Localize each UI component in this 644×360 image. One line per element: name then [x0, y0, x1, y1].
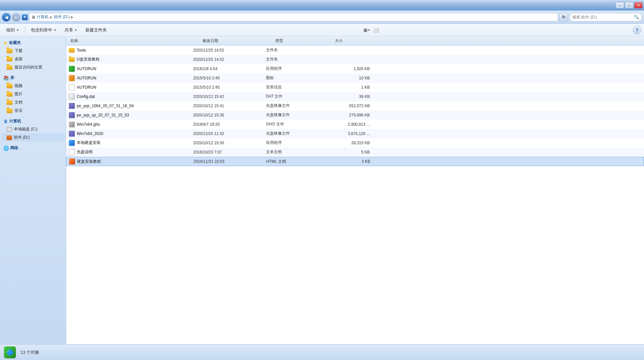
- file-date-cell: 2016/11/21 22:03: [193, 159, 266, 164]
- share-button[interactable]: 共享 ▼: [61, 25, 81, 35]
- folder-docs-icon: [7, 100, 13, 105]
- file-type-cell: 文本文档: [266, 149, 325, 155]
- status-count-text: 13 个对象: [21, 349, 39, 355]
- sidebar-local-c-label: 本地磁盘 (C:): [14, 126, 37, 132]
- file-size-cell: 28,315 KB: [325, 141, 375, 145]
- file-date-cell: 2020/10/12 15:30: [193, 141, 266, 145]
- file-size-cell: 36 KB: [325, 94, 375, 99]
- breadcrumb-computer-link[interactable]: 计算机: [37, 14, 49, 20]
- table-row[interactable]: 本地硬盘安装2020/10/12 15:30应用程序28,315 KB: [66, 138, 644, 148]
- table-row[interactable]: pe_yqs_1064_20_07_31_16_042020/10/12 15:…: [66, 101, 644, 111]
- sidebar-item-local-c[interactable]: 本地磁盘 (C:): [1, 125, 64, 133]
- toolbar: 组织 ▼ 包含到库中 ▼ 共享 ▼ 新建文件夹 ⊞ ▼ ⬜ ?: [0, 24, 644, 36]
- breadcrumb-drive-link[interactable]: 软件 (D:): [54, 14, 69, 20]
- sidebar: ★ 收藏夹 下载 桌面 最近访问的位置 📚 库: [0, 36, 66, 344]
- folder-download-icon: [7, 49, 13, 53]
- file-name-text: 光盘说明: [77, 149, 93, 155]
- minimize-button[interactable]: ─: [616, 2, 624, 9]
- sidebar-item-docs[interactable]: 文档: [1, 98, 64, 107]
- file-name-cell: AUTORUN: [69, 75, 193, 81]
- sidebar-header-libraries: 📚 库: [1, 74, 64, 82]
- file-name-text: Win7x64.gho: [77, 122, 100, 127]
- file-date-cell: 2020/12/25 11:32: [193, 131, 266, 136]
- iso-icon: [69, 112, 75, 118]
- table-row[interactable]: Config.dat2020/10/12 15:42DAT 文件36 KB: [66, 92, 644, 101]
- favorites-label: 收藏夹: [9, 40, 21, 46]
- file-name-cell: U盘安装教程: [69, 57, 193, 62]
- refresh-button[interactable]: ↻: [559, 13, 568, 22]
- table-row[interactable]: Tools2020/12/25 14:52文件夹: [66, 46, 644, 55]
- table-row[interactable]: Win7x64_20202020/12/25 11:32光盘映像文件3,874,…: [66, 129, 644, 138]
- file-size-cell: 3 KB: [326, 159, 375, 164]
- preview-pane-button[interactable]: ⬜: [372, 26, 380, 34]
- table-row[interactable]: AUTORUN2015/5/10 2:45安装信息1 KB: [66, 83, 644, 92]
- ico-icon: [69, 75, 75, 81]
- file-name-text: 硬盘安装教程: [77, 159, 101, 164]
- dropdown-button[interactable]: ▼: [22, 14, 28, 20]
- file-date-cell: 2015/5/10 2:45: [193, 85, 266, 90]
- file-name-cell: Win7x64.gho: [69, 121, 193, 127]
- maximize-button[interactable]: □: [625, 2, 633, 9]
- iso-icon: [69, 103, 75, 109]
- table-row[interactable]: 硬盘安装教程2016/11/21 22:03HTML 文档3 KB: [66, 157, 644, 166]
- file-name-cell: pe_yqs_1064_20_07_31_16_04: [69, 103, 193, 109]
- computer-label: 计算机: [9, 118, 21, 124]
- sidebar-item-desktop[interactable]: 桌面: [1, 55, 64, 63]
- table-row[interactable]: 光盘说明2016/10/23 7:07文本文档5 KB: [66, 148, 644, 157]
- table-row[interactable]: pe_yqs_xp_20_07_31_15_532020/10/12 15:36…: [66, 111, 644, 120]
- file-type-cell: 图标: [266, 75, 325, 81]
- file-name-text: AUTORUN: [77, 67, 96, 71]
- folder-recent-icon: [7, 65, 13, 70]
- sidebar-item-image[interactable]: 图片: [1, 90, 64, 98]
- folder-image-icon: [7, 92, 13, 97]
- sidebar-header-computer: 🖥 计算机: [1, 117, 64, 125]
- dat-icon: [69, 94, 75, 100]
- file-date-cell: 2016/1/8 4:54: [193, 67, 266, 71]
- close-button[interactable]: ✕: [634, 2, 643, 9]
- breadcrumb: 🖥 计算机 ▶ 软件 (D:) ▶: [29, 13, 558, 22]
- table-row[interactable]: AUTORUN2016/1/8 4:54应用程序1,926 KB: [66, 64, 644, 73]
- table-row[interactable]: U盘安装教程2020/12/25 14:52文件夹: [66, 55, 644, 64]
- file-date-cell: 2019/9/7 19:25: [193, 122, 266, 127]
- sidebar-item-download[interactable]: 下载: [1, 47, 64, 55]
- sidebar-item-music[interactable]: 音乐: [1, 107, 64, 115]
- file-name-text: AUTORUN: [77, 85, 96, 90]
- file-type-cell: 应用程序: [266, 66, 325, 71]
- html-icon: [69, 158, 75, 164]
- forward-button[interactable]: ▶: [12, 13, 21, 22]
- back-button[interactable]: ◀: [2, 13, 11, 22]
- file-type-cell: 文件夹: [266, 47, 325, 53]
- view-button[interactable]: ⊞ ▼: [363, 26, 371, 34]
- col-header-type[interactable]: 类型: [274, 38, 333, 44]
- include-button[interactable]: 包含到库中 ▼: [27, 25, 60, 35]
- sidebar-soft-d-label: 软件 (D:): [14, 135, 29, 140]
- addressbar: ◀ ▶ ▼ 🖥 计算机 ▶ 软件 (D:) ▶ ↻ 🔍: [0, 11, 644, 24]
- help-button[interactable]: ?: [633, 26, 641, 34]
- file-size-cell: 10 KB: [325, 76, 375, 80]
- file-date-cell: 2020/10/12 15:36: [193, 113, 266, 117]
- col-header-date[interactable]: 修改日期: [201, 38, 274, 44]
- sidebar-video-label: 视频: [15, 83, 22, 89]
- libraries-icon: 📚: [3, 75, 9, 81]
- organize-button[interactable]: 组织 ▼: [3, 25, 23, 35]
- table-row[interactable]: Win7x64.gho2019/9/7 19:25GHO 文件2,900,813…: [66, 120, 644, 129]
- table-row[interactable]: AUTORUN2015/5/10 2:45图标10 KB: [66, 73, 644, 83]
- breadcrumb-computer-icon: 🖥: [31, 15, 35, 20]
- file-name-cell: Tools: [69, 48, 193, 53]
- titlebar: ─ □ ✕: [0, 0, 644, 11]
- folder-icon: [69, 48, 75, 53]
- breadcrumb-sep2: ▶: [71, 15, 73, 19]
- libraries-label: 库: [10, 75, 14, 81]
- sidebar-item-video[interactable]: 视频: [1, 82, 64, 90]
- include-label: 包含到库中: [31, 27, 52, 33]
- search-input[interactable]: [572, 15, 632, 20]
- col-header-name[interactable]: 名称: [69, 38, 201, 44]
- file-size-cell: 652,072 KB: [325, 104, 375, 108]
- col-header-size[interactable]: 大小: [333, 38, 383, 44]
- file-date-cell: 2020/12/25 14:52: [193, 48, 266, 53]
- sidebar-item-recent[interactable]: 最近访问的位置: [1, 63, 64, 71]
- organize-label: 组织: [6, 27, 15, 33]
- new-folder-button[interactable]: 新建文件夹: [82, 25, 110, 35]
- file-list: Tools2020/12/25 14:52文件夹U盘安装教程2020/12/25…: [66, 46, 644, 344]
- sidebar-item-soft-d[interactable]: 软件 (D:): [1, 133, 64, 142]
